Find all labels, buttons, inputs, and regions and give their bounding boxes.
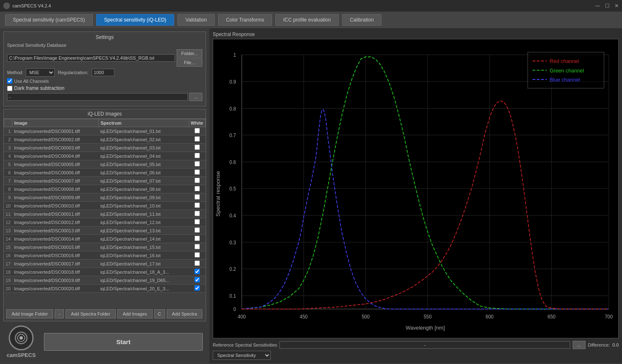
nav-spectral-iqled[interactable]: Spectral sensitivity (iQ-LED) — [96, 14, 174, 26]
row-white[interactable] — [189, 243, 206, 251]
row-spectrum: iqLED/Spectra/channel_10.txt — [99, 202, 189, 210]
row-spectrum: iqLED/Spectra/channel_07.txt — [99, 177, 189, 185]
add-spectra-folder-btn[interactable]: Add Spectra Folder — [66, 309, 116, 318]
row-white[interactable] — [189, 251, 206, 260]
file-btn[interactable]: File... — [177, 58, 202, 67]
row-spectrum: iqLED/Spectra/channel_12.txt — [99, 218, 189, 227]
clear-btn[interactable]: C — [154, 309, 165, 318]
table-row[interactable]: 16 Images/converted/DSC00016.tiff iqLED/… — [4, 251, 206, 260]
table-row[interactable]: 8 Images/converted/DSC00008.tiff iqLED/S… — [4, 185, 206, 193]
table-row[interactable]: 9 Images/converted/DSC00009.tiff iqLED/S… — [4, 193, 206, 202]
row-white[interactable] — [189, 284, 206, 293]
dark-frame-checkbox[interactable] — [7, 86, 12, 91]
nav-calibration[interactable]: Calibration — [342, 14, 381, 26]
row-spectrum: iqLED/Spectra/channel_11.txt — [99, 210, 189, 218]
use-all-channels-checkbox[interactable] — [7, 78, 12, 84]
row-white[interactable] — [189, 218, 206, 227]
row-spectrum: iqLED/Spectra/channel_09.txt — [99, 193, 189, 202]
table-row[interactable]: 17 Images/converted/DSC00017.tiff iqLED/… — [4, 260, 206, 268]
maximize-btn[interactable]: ☐ — [605, 3, 610, 9]
view-dropdown[interactable]: Spectral Sensitivity — [213, 351, 271, 360]
table-row[interactable]: 4 Images/converted/DSC00004.tiff iqLED/S… — [4, 152, 206, 160]
table-row[interactable]: 1 Images/converted/DSC00001.tiff iqLED/S… — [4, 127, 206, 135]
row-white[interactable] — [189, 135, 206, 144]
row-image: Images/converted/DSC00008.tiff — [12, 185, 99, 193]
row-white[interactable] — [189, 177, 206, 185]
folder-btn[interactable]: Folder... — [177, 49, 202, 58]
table-row[interactable]: 7 Images/converted/DSC00007.tiff iqLED/S… — [4, 177, 206, 185]
table-row[interactable]: 19 Images/converted/DSC00019.tiff iqLED/… — [4, 276, 206, 284]
row-white[interactable] — [189, 227, 206, 235]
table-row[interactable]: 5 Images/converted/DSC00005.tiff iqLED/S… — [4, 160, 206, 169]
col-image: Image — [12, 119, 99, 127]
row-num: 11 — [4, 210, 12, 218]
dark-frame-input[interactable] — [7, 93, 188, 101]
ref-input[interactable] — [279, 341, 570, 349]
chart-title: Spectral Response — [213, 31, 619, 37]
row-white[interactable] — [189, 276, 206, 284]
row-white[interactable] — [189, 152, 206, 160]
table-row[interactable]: 11 Images/converted/DSC00011.tiff iqLED/… — [4, 210, 206, 218]
table-row[interactable]: 20 Images/converted/DSC00020.tiff iqLED/… — [4, 284, 206, 293]
dark-frame-browse-btn[interactable]: ... — [190, 93, 202, 101]
close-btn[interactable]: ✕ — [615, 3, 619, 9]
start-btn[interactable]: Start — [44, 333, 203, 351]
row-spectrum: iqLED/Spectra/channel_14.txt — [99, 235, 189, 243]
row-spectrum: iqLED/Spectra/channel_06.txt — [99, 169, 189, 177]
row-white[interactable] — [189, 185, 206, 193]
nav-icc-profile[interactable]: ICC profile evaluation — [275, 14, 339, 26]
table-row[interactable]: 2 Images/converted/DSC00002.tiff iqLED/S… — [4, 135, 206, 144]
nav-validation[interactable]: Validation — [177, 14, 215, 26]
ref-browse-btn[interactable]: ... — [573, 341, 586, 349]
row-num: 7 — [4, 177, 12, 185]
row-white[interactable] — [189, 210, 206, 218]
row-white[interactable] — [189, 193, 206, 202]
svg-text:0.6: 0.6 — [229, 159, 236, 165]
minus-btn[interactable]: - — [55, 309, 64, 318]
nav-spectral-camspecs[interactable]: Spectral sensitivity (camSPECS) — [5, 14, 93, 26]
row-white[interactable] — [189, 235, 206, 243]
row-spectrum: iqLED/Spectra/channel_03.txt — [99, 144, 189, 152]
row-image: Images/converted/DSC00004.tiff — [12, 152, 99, 160]
minimize-btn[interactable]: — — [595, 3, 600, 9]
row-white[interactable] — [189, 144, 206, 152]
main-area: Settings Spectral Sensitivity Database F… — [0, 28, 622, 363]
row-spectrum: iqLED/Spectra/channel_17.txt — [99, 260, 189, 268]
row-white[interactable] — [189, 160, 206, 169]
nav-color-transforms[interactable]: Color Transforms — [218, 14, 272, 26]
row-white[interactable] — [189, 268, 206, 276]
table-row[interactable]: 10 Images/converted/DSC00010.tiff iqLED/… — [4, 202, 206, 210]
row-image: Images/converted/DSC00017.tiff — [12, 260, 99, 268]
row-white[interactable] — [189, 260, 206, 268]
images-table: Image Spectrum White 1 Images/converted/… — [4, 119, 206, 293]
table-row[interactable]: 18 Images/converted/DSC00018.tiff iqLED/… — [4, 268, 206, 276]
table-buttons: Add Image Folder - Add Spectra Folder Ad… — [4, 307, 206, 321]
table-row[interactable]: 15 Images/converted/DSC00015.tiff iqLED/… — [4, 243, 206, 251]
table-container[interactable]: Image Spectrum White 1 Images/converted/… — [4, 119, 206, 307]
logo-area: camSPECS — [7, 325, 36, 358]
reg-input[interactable] — [92, 69, 114, 76]
left-panel: Settings Spectral Sensitivity Database F… — [0, 28, 209, 363]
row-white[interactable] — [189, 202, 206, 210]
row-white[interactable] — [189, 169, 206, 177]
method-select[interactable]: MSE — [26, 68, 55, 77]
table-row[interactable]: 14 Images/converted/DSC00014.tiff iqLED/… — [4, 235, 206, 243]
table-row[interactable]: 12 Images/converted/DSC00012.tiff iqLED/… — [4, 218, 206, 227]
images-title: iQ-LED Images — [4, 109, 206, 119]
title-bar-left: camSPECS V4.2.4 — [3, 2, 51, 9]
row-num: 8 — [4, 185, 12, 193]
row-white[interactable] — [189, 127, 206, 135]
row-num: 6 — [4, 169, 12, 177]
table-row[interactable]: 3 Images/converted/DSC00003.tiff iqLED/S… — [4, 144, 206, 152]
row-image: Images/converted/DSC00014.tiff — [12, 235, 99, 243]
window-controls[interactable]: — ☐ ✕ — [595, 3, 619, 9]
db-path-input[interactable] — [7, 54, 175, 62]
add-spectra-btn[interactable]: Add Spectra — [167, 309, 203, 318]
table-row[interactable]: 13 Images/converted/DSC00013.tiff iqLED/… — [4, 227, 206, 235]
add-images-btn[interactable]: Add Images — [117, 309, 153, 318]
add-image-folder-btn[interactable]: Add Image Folder — [6, 309, 53, 318]
table-row[interactable]: 6 Images/converted/DSC00006.tiff iqLED/S… — [4, 169, 206, 177]
row-image: Images/converted/DSC00005.tiff — [12, 160, 99, 169]
svg-text:0.9: 0.9 — [229, 79, 236, 85]
row-num: 16 — [4, 251, 12, 260]
